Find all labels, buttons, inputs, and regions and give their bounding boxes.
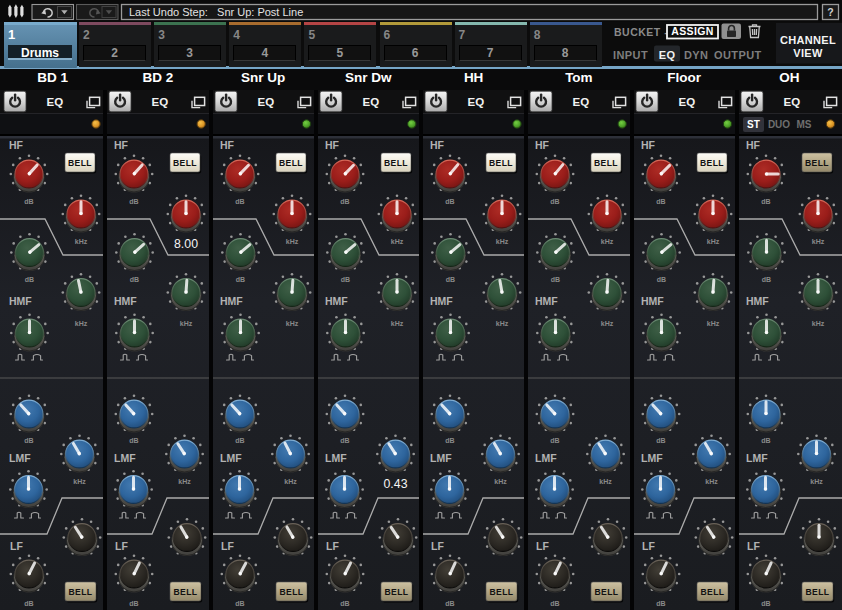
- svg-text:BELL: BELL: [595, 587, 619, 597]
- svg-text:HMF: HMF: [220, 295, 243, 307]
- svg-text:kHz: kHz: [391, 238, 404, 245]
- svg-text:LF: LF: [431, 540, 444, 552]
- svg-text:LF: LF: [326, 540, 339, 552]
- svg-text:HF: HF: [220, 139, 235, 151]
- svg-text:dB: dB: [130, 198, 139, 205]
- svg-text:kHz: kHz: [812, 238, 825, 245]
- svg-text:CHANNEL: CHANNEL: [780, 34, 836, 46]
- svg-text:dB: dB: [761, 198, 770, 205]
- svg-text:dB: dB: [761, 600, 770, 607]
- svg-text:EQ: EQ: [783, 96, 800, 108]
- svg-text:EQ: EQ: [362, 96, 379, 108]
- svg-text:dB: dB: [24, 600, 33, 607]
- svg-text:HF: HF: [535, 139, 550, 151]
- svg-text:dB: dB: [445, 600, 454, 607]
- svg-text:BELL: BELL: [278, 158, 302, 168]
- svg-text:dB: dB: [656, 600, 665, 607]
- svg-text:HMF: HMF: [535, 295, 558, 307]
- svg-text:LMF: LMF: [220, 452, 242, 464]
- svg-text:kHz: kHz: [496, 238, 509, 245]
- svg-text:HF: HF: [325, 139, 340, 151]
- svg-text:dB: dB: [130, 437, 139, 444]
- svg-text:dB: dB: [341, 276, 350, 283]
- svg-text:HF: HF: [9, 139, 24, 151]
- svg-text:LMF: LMF: [746, 452, 768, 464]
- svg-text:dB: dB: [762, 276, 771, 283]
- svg-text:LMF: LMF: [9, 452, 31, 464]
- svg-text:MS: MS: [797, 119, 812, 130]
- svg-text:INPUT: INPUT: [613, 49, 648, 61]
- svg-text:BELL: BELL: [594, 158, 618, 168]
- svg-text:kHz: kHz: [284, 478, 297, 485]
- svg-text:dB: dB: [340, 198, 349, 205]
- svg-text:dB: dB: [445, 437, 454, 444]
- svg-text:dB: dB: [551, 198, 560, 205]
- svg-text:DUO: DUO: [768, 119, 790, 130]
- svg-text:LF: LF: [115, 540, 128, 552]
- svg-text:LF: LF: [642, 540, 655, 552]
- svg-text:8.00: 8.00: [174, 237, 198, 251]
- svg-text:LMF: LMF: [430, 452, 452, 464]
- svg-text:BELL: BELL: [805, 158, 829, 168]
- svg-text:HMF: HMF: [9, 295, 32, 307]
- svg-text:dB: dB: [235, 600, 244, 607]
- svg-text:dB: dB: [656, 198, 665, 205]
- svg-text:HMF: HMF: [746, 295, 769, 307]
- svg-text:ST: ST: [747, 119, 760, 130]
- svg-text:EQ: EQ: [678, 96, 695, 108]
- svg-text:BELL: BELL: [384, 587, 408, 597]
- svg-text:kHz: kHz: [705, 478, 718, 485]
- svg-text:kHz: kHz: [810, 478, 823, 485]
- svg-text:EQ: EQ: [257, 96, 274, 108]
- svg-text:HF: HF: [430, 139, 445, 151]
- svg-text:kHz: kHz: [391, 320, 404, 327]
- svg-text:dB: dB: [656, 437, 665, 444]
- svg-text:dB: dB: [130, 276, 139, 283]
- svg-text:dB: dB: [24, 198, 33, 205]
- svg-text:dB: dB: [235, 198, 244, 205]
- svg-text:kHz: kHz: [600, 478, 613, 485]
- svg-text:BELL: BELL: [173, 158, 197, 168]
- svg-text:kHz: kHz: [75, 320, 88, 327]
- svg-text:BELL: BELL: [279, 587, 303, 597]
- svg-text:ASSIGN: ASSIGN: [671, 25, 714, 37]
- svg-text:Last Undo Step: Snr Up: Post: Last Undo Step: Snr Up: Post Line: [129, 6, 303, 18]
- svg-text:HMF: HMF: [325, 295, 348, 307]
- svg-text:LF: LF: [221, 540, 234, 552]
- svg-text:dB: dB: [25, 276, 34, 283]
- svg-text:dB: dB: [656, 276, 665, 283]
- svg-text:BELL: BELL: [384, 158, 408, 168]
- svg-text:dB: dB: [24, 437, 33, 444]
- svg-text:HMF: HMF: [114, 295, 137, 307]
- svg-text:BELL: BELL: [68, 587, 92, 597]
- svg-text:LMF: LMF: [641, 452, 663, 464]
- svg-text:dB: dB: [445, 198, 454, 205]
- svg-text:DYN: DYN: [684, 49, 708, 61]
- svg-text:dB: dB: [130, 600, 139, 607]
- svg-text:kHz: kHz: [601, 238, 614, 245]
- svg-text:kHz: kHz: [706, 320, 719, 327]
- svg-text:BELL: BELL: [489, 587, 513, 597]
- svg-text:dB: dB: [340, 600, 349, 607]
- svg-text:kHz: kHz: [179, 478, 192, 485]
- svg-text:VIEW: VIEW: [793, 47, 823, 59]
- svg-text:kHz: kHz: [706, 238, 719, 245]
- svg-text:OUTPUT: OUTPUT: [714, 49, 762, 61]
- svg-text:?: ?: [827, 6, 833, 18]
- svg-text:dB: dB: [551, 276, 560, 283]
- svg-text:0.43: 0.43: [383, 477, 407, 491]
- svg-text:dB: dB: [551, 600, 560, 607]
- svg-text:dB: dB: [761, 437, 770, 444]
- svg-text:kHz: kHz: [180, 320, 193, 327]
- svg-text:LMF: LMF: [325, 452, 347, 464]
- svg-text:dB: dB: [235, 276, 244, 283]
- svg-text:EQ: EQ: [573, 96, 590, 108]
- svg-text:dB: dB: [446, 276, 455, 283]
- svg-text:kHz: kHz: [496, 320, 509, 327]
- svg-text:EQ: EQ: [46, 96, 63, 108]
- svg-text:kHz: kHz: [75, 238, 88, 245]
- svg-text:kHz: kHz: [601, 320, 614, 327]
- svg-text:dB: dB: [340, 437, 349, 444]
- svg-text:LF: LF: [10, 540, 23, 552]
- svg-text:LF: LF: [536, 540, 549, 552]
